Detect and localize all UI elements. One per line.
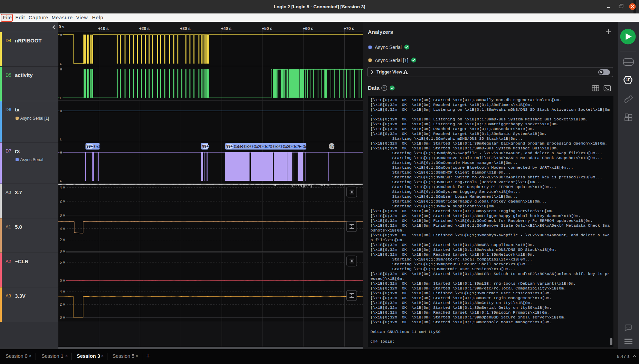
svg-text:0 V: 0 V <box>60 315 65 319</box>
svg-text:2 V: 2 V <box>60 302 65 306</box>
svg-text:?: ? <box>383 86 385 90</box>
svg-text:0 V: 0 V <box>60 278 65 283</box>
svg-text:47: 47 <box>330 144 334 148</box>
svg-text:1F: 1F <box>626 78 630 82</box>
svg-text:4 V: 4 V <box>60 185 65 189</box>
svg-text:0 V: 0 V <box>60 249 65 253</box>
svg-text:0 s: 0 s <box>59 24 65 29</box>
svg-text:4 V: 4 V <box>60 289 65 294</box>
svg-text:0 V: 0 V <box>60 213 65 217</box>
svg-text:L: L <box>60 179 62 183</box>
svg-text:99+: 99+ <box>202 144 209 148</box>
svg-text:2 V: 2 V <box>60 238 65 242</box>
svg-text:Trigger View: Trigger View <box>376 70 402 75</box>
svg-text:+40 s: +40 s <box>221 26 232 31</box>
svg-text:H: H <box>60 68 62 71</box>
svg-text:0x5B·0x20·0x20·0x20·0x20·0x30·: 0x5B·0x20·0x20·0x20·0x20·0x30·0x2E·0x <box>234 144 307 149</box>
svg-text:H: H <box>60 109 62 113</box>
svg-text:99+: 99+ <box>86 144 93 148</box>
svg-text:+20 s: +20 s <box>139 26 150 31</box>
svg-text:+10 s: +10 s <box>98 26 109 31</box>
svg-text:H: H <box>60 151 62 154</box>
svg-text:+50 s: +50 s <box>262 26 273 31</box>
svg-text:L: L <box>60 62 62 66</box>
svg-text:5 V: 5 V <box>60 260 65 264</box>
svg-text:L: L <box>60 96 62 100</box>
svg-text:+70 s: +70 s <box>344 26 354 31</box>
svg-text:0x0: 0x0 <box>94 144 102 149</box>
svg-text:4 V: 4 V <box>60 227 65 231</box>
svg-text:+60 s: +60 s <box>303 26 314 31</box>
svg-text:2 V: 2 V <box>60 199 65 203</box>
svg-text:99+: 99+ <box>226 144 233 148</box>
svg-text:L: L <box>60 138 62 141</box>
svg-text:+30 s: +30 s <box>180 26 191 31</box>
svg-text:H: H <box>60 33 62 37</box>
